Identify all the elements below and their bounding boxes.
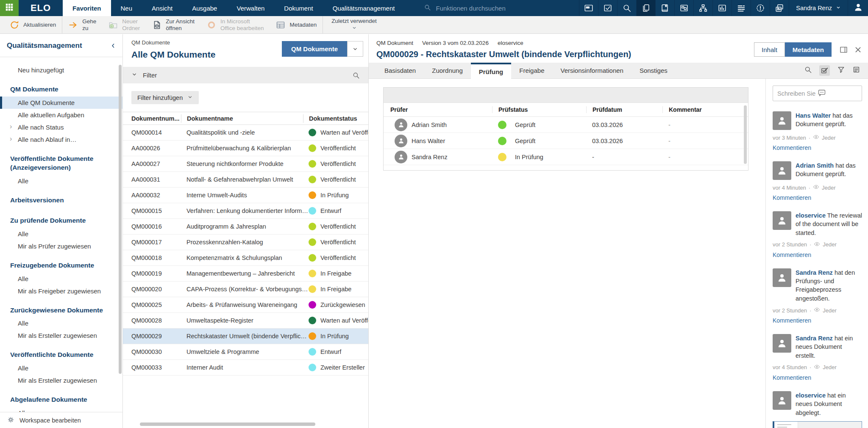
new-folder-button[interactable]: Neuer Ordner: [102, 16, 146, 33]
column-header-review-date[interactable]: Prüfdatum: [586, 106, 662, 113]
edit-in-office-button[interactable]: In Microsoft Office bearbeiten: [200, 16, 270, 33]
column-header-status[interactable]: Dokumentstatus: [303, 114, 368, 123]
metadata-button[interactable]: Metadaten: [270, 16, 323, 33]
sidebar-item[interactable]: Alle QM Dokumente: [0, 97, 122, 109]
recently-used-button[interactable]: Zuletzt verwendet: [323, 16, 385, 33]
feed-author-link[interactable]: Adrian Smith: [796, 162, 834, 169]
document-row[interactable]: QM000018 Kompetenzmatrix & Schulungsplan…: [123, 250, 368, 266]
version-card[interactable]: Version 3: [773, 421, 862, 428]
metadata-tab[interactable]: Sonstiges: [632, 63, 676, 78]
filter-icon[interactable]: [837, 66, 845, 75]
column-header-name[interactable]: Dokumentname: [181, 114, 309, 123]
review-row[interactable]: Adrian Smith Geprüft 03.03.2026 -: [384, 117, 748, 133]
sidebar-scrollbar[interactable]: [119, 65, 122, 374]
menu-tab[interactable]: Ausgabe: [182, 0, 227, 16]
document-row[interactable]: AA000027 Steuerung nichtkonformer Produk…: [123, 156, 368, 172]
add-filter-button[interactable]: Filter hinzufügen: [131, 91, 199, 104]
comment-link[interactable]: Kommentieren: [773, 374, 862, 381]
sidebar-item[interactable]: Alle: [0, 407, 122, 412]
sidebar-item[interactable]: Zurückgewiesene Dokumente: [0, 304, 122, 318]
search-icon[interactable]: [617, 0, 636, 16]
clipboard-icon[interactable]: [674, 0, 693, 16]
scope-button[interactable]: QM Dokumente: [282, 41, 347, 57]
document-row[interactable]: QM000015 Verfahren: Lenkung dokumentiert…: [123, 203, 368, 219]
menu-tab[interactable]: Ansicht: [142, 0, 182, 16]
metadata-tab[interactable]: Versionsinformationen: [552, 63, 631, 78]
document-row[interactable]: QM000020 CAPA-Prozess (Korrektur- & Vorb…: [123, 282, 368, 297]
bookmarks-icon[interactable]: [655, 0, 674, 16]
filter-bar[interactable]: Filter: [123, 67, 368, 83]
horizontal-scrollbar[interactable]: [140, 422, 315, 426]
document-row[interactable]: QM000014 Qualitätspolitik und -ziele War…: [123, 125, 368, 141]
comment-link[interactable]: Kommentieren: [773, 317, 862, 324]
feed-author-link[interactable]: Hans Walter: [796, 112, 831, 119]
review-row[interactable]: Sandra Renz In Prüfung - -: [384, 149, 748, 165]
metadata-tab[interactable]: Prüfung: [471, 63, 512, 79]
reports-icon[interactable]: [770, 0, 789, 16]
collapse-sidebar-button[interactable]: [110, 42, 117, 49]
sidebar-item[interactable]: Freizugebende Dokumente: [0, 259, 122, 273]
review-table-scrollbar[interactable]: [744, 105, 747, 164]
sidebar-item[interactable]: Veröffentlichte Dokumente: [0, 348, 122, 362]
review-row[interactable]: Hans Walter Geprüft 03.03.2026 -: [384, 133, 748, 149]
list-search-button[interactable]: [352, 72, 360, 79]
metadata-view-button[interactable]: Metadaten: [785, 42, 832, 57]
tasks-icon[interactable]: [598, 0, 617, 16]
metadata-tab[interactable]: Basisdaten: [376, 63, 424, 78]
close-icon[interactable]: [854, 46, 862, 54]
document-row[interactable]: QM000019 Managementbewertung – Jahresber…: [123, 266, 368, 282]
document-row[interactable]: QM000016 Auditprogramm & Jahresplan Verö…: [123, 219, 368, 235]
sidebar-item[interactable]: Alle: [0, 273, 122, 285]
document-row[interactable]: QM000025 Arbeits- & Prüfanweisung Warene…: [123, 297, 368, 313]
edit-workspace-button[interactable]: Workspace bearbeiten: [0, 412, 122, 428]
document-row[interactable]: QM000028 Umweltaspekte-Register Warten a…: [123, 313, 368, 329]
column-header-number[interactable]: Dokumentnum...: [131, 114, 186, 123]
function-search-input[interactable]: Funktionen durchsuchen: [424, 0, 505, 16]
document-row[interactable]: AA000026 Prüfmittelüberwachung & Kalibri…: [123, 141, 368, 156]
feed-author-link[interactable]: eloservice: [796, 212, 826, 219]
documents-icon[interactable]: [636, 0, 655, 16]
menu-tab[interactable]: Neu: [111, 0, 142, 16]
comment-link[interactable]: Kommentieren: [773, 194, 862, 201]
feed-author-link[interactable]: Sandra Renz: [796, 269, 833, 276]
sidebar-item[interactable]: Veröffentlichte Dokumente (Anzeigeversio…: [0, 152, 122, 175]
goto-button[interactable]: Gehe zu: [62, 16, 102, 33]
document-row[interactable]: QM000030 Umweltziele & Programme Entwurf: [123, 344, 368, 360]
search-icon[interactable]: [804, 66, 812, 75]
elo-client-icon[interactable]: [579, 0, 598, 16]
comment-link[interactable]: Kommentieren: [773, 144, 862, 151]
menu-tab[interactable]: Dokument: [274, 0, 323, 16]
refresh-button[interactable]: Aktualisieren: [3, 16, 62, 33]
sidebar-item[interactable]: Alle aktuellen Aufgaben: [0, 109, 122, 121]
open-view-button[interactable]: Zur Ansicht öffnen: [146, 16, 200, 33]
document-row[interactable]: QM000029 Rechtskataster Umwelt (bindende…: [123, 329, 368, 344]
sidebar-item[interactable]: Alle: [0, 175, 122, 187]
sidebar-item[interactable]: Mir als Ersteller zugewiesen: [0, 329, 122, 342]
user-menu[interactable]: Sandra Renz: [789, 0, 848, 16]
workflow-icon[interactable]: [693, 0, 712, 16]
comment-link[interactable]: Kommentieren: [773, 251, 862, 258]
document-row[interactable]: AA000031 Notfall- & Gefahrenabwehrplan U…: [123, 172, 368, 188]
sidebar-item[interactable]: Alle: [0, 228, 122, 240]
task-list-icon[interactable]: [732, 0, 751, 16]
menu-tab[interactable]: Verwalten: [227, 0, 274, 16]
edit-mode-icon[interactable]: [819, 65, 830, 76]
sidebar-item[interactable]: QM Dokumente: [0, 83, 122, 97]
document-row[interactable]: QM000017 Prozesskennzahlen-Katalog Veröf…: [123, 235, 368, 250]
document-row[interactable]: QM000033 Interner Audit Zweiter Erstelle…: [123, 360, 368, 376]
metadata-tab[interactable]: Zuordnung: [424, 63, 471, 78]
sidebar-item[interactable]: Alle nach Status: [0, 121, 122, 133]
sidebar-item[interactable]: Alle nach Ablauf in…: [0, 133, 122, 146]
column-header-review-status[interactable]: Prüfstatus: [492, 106, 586, 113]
column-header-comment[interactable]: Kommentar: [662, 106, 748, 113]
sidebar-item[interactable]: Alle: [0, 317, 122, 329]
document-row[interactable]: AA000032 Interne Umwelt-Audits In Prüfun…: [123, 188, 368, 203]
sidebar-item[interactable]: Arbeitsversionen: [0, 193, 122, 207]
notifications-icon[interactable]: [751, 0, 770, 16]
sidebar-item[interactable]: Mir als Prüfer zugewiesen: [0, 240, 122, 252]
dashboard-icon[interactable]: [712, 0, 732, 16]
layout-icon[interactable]: [839, 45, 848, 54]
sidebar-item[interactable]: Alle: [0, 362, 122, 374]
column-header-reviewer[interactable]: Prüfer: [390, 106, 492, 113]
sidebar-item[interactable]: Abgelaufene Dokumente: [0, 393, 122, 407]
